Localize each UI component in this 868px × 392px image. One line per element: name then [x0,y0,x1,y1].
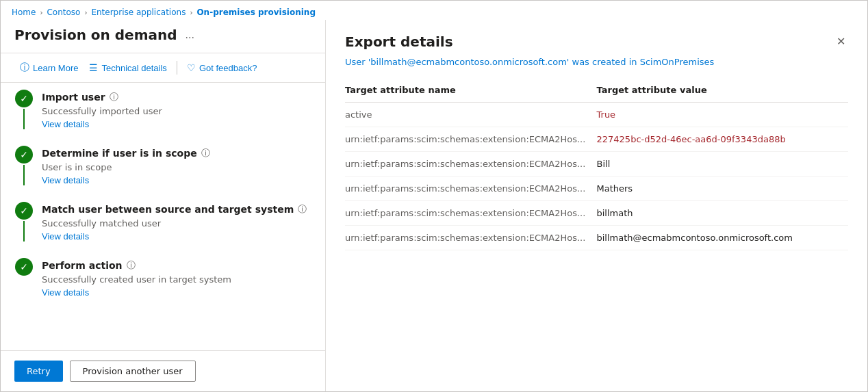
step-perform-action: ✓ Perform action ⓘ Successfully created … [14,258,311,298]
step-line-3 [23,221,25,241]
step-title-2: Determine if user is in scope [42,148,197,159]
step-check-1: ✓ [15,90,33,107]
list-icon: ☰ [89,62,98,73]
table-row: urn:ietf:params:scim:schemas:extension:E… [345,177,848,201]
step-content-3: Match user between source and target sys… [42,202,311,241]
attr-name-cell: urn:ietf:params:scim:schemas:extension:E… [345,226,597,250]
step-info-icon-2[interactable]: ⓘ [201,147,210,159]
learn-more-button[interactable]: ⓘ Learn More [14,59,84,77]
breadcrumb-sep-2: › [84,9,87,16]
main-content-area: Provision on demand ... ⓘ Learn More ☰ T… [1,20,867,391]
heart-icon: ♡ [187,62,196,73]
step-title-row-2: Determine if user is in scope ⓘ [42,147,311,159]
attr-value-cell: Bill [597,152,849,177]
attr-name-cell: urn:ietf:params:scim:schemas:extension:E… [345,127,597,152]
step-desc-3: Successfully matched user [42,218,311,228]
attr-name-cell: urn:ietf:params:scim:schemas:extension:E… [345,152,597,177]
step-content-2: Determine if user is in scope ⓘ User is … [42,146,311,185]
step-icon-col-3: ✓ [14,202,34,241]
step-info-icon-4[interactable]: ⓘ [127,259,136,272]
subtitle-post: ' was created in ScimOnPremises [567,57,714,67]
view-details-3[interactable]: View details [42,231,89,241]
attr-value-cell: billmath [597,201,849,226]
view-details-4[interactable]: View details [42,287,89,298]
retry-button[interactable]: Retry [14,361,63,382]
attr-value-cell: billmath@ecmabmcontoso.onmicrosoft.com [597,226,849,250]
attr-name-cell: urn:ietf:params:scim:schemas:extension:E… [345,177,597,201]
left-header: Provision on demand ... [1,20,325,53]
main-window: Home › Contoso › Enterprise applications… [0,0,868,392]
step-check-4: ✓ [15,258,33,276]
attr-value-cell: Mathers [597,177,849,201]
left-footer: Retry Provision another user [1,350,325,391]
table-row: urn:ietf:params:scim:schemas:extension:E… [345,152,848,177]
step-desc-2: User is in scope [42,162,311,172]
breadcrumb-enterprise-apps[interactable]: Enterprise applications [91,8,186,17]
step-icon-col-2: ✓ [14,146,34,185]
got-feedback-button[interactable]: ♡ Got feedback? [181,60,263,76]
step-info-icon-3[interactable]: ⓘ [298,203,307,215]
col-attr-name: Target attribute name [345,79,597,103]
table-row: urn:ietf:params:scim:schemas:extension:E… [345,201,848,226]
page-title: Provision on demand [14,27,177,43]
table-row: activeTrue [345,103,848,127]
step-scope: ✓ Determine if user is in scope ⓘ User i… [14,146,311,185]
table-row: urn:ietf:params:scim:schemas:extension:E… [345,127,848,152]
left-panel: Provision on demand ... ⓘ Learn More ☰ T… [1,20,326,391]
step-content-1: Import user ⓘ Successfully imported user… [42,90,311,129]
step-title-row-3: Match user between source and target sys… [42,203,311,215]
provision-another-button[interactable]: Provision another user [70,361,196,382]
toolbar-divider [177,61,177,75]
breadcrumb-sep-1: › [40,9,42,16]
breadcrumb: Home › Contoso › Enterprise applications… [1,1,867,20]
ellipsis-button[interactable]: ... [183,27,197,42]
step-desc-1: Successfully imported user [42,106,311,116]
col-attr-value: Target attribute value [597,79,849,103]
view-details-2[interactable]: View details [42,175,89,185]
step-desc-4: Successfully created user in target syst… [42,274,311,285]
step-title-row-4: Perform action ⓘ [42,259,311,272]
view-details-1[interactable]: View details [42,119,89,129]
step-title-3: Match user between source and target sys… [42,204,294,215]
table-row: urn:ietf:params:scim:schemas:extension:E… [345,226,848,250]
step-info-icon-1[interactable]: ⓘ [110,91,118,103]
info-circle-icon: ⓘ [20,62,29,74]
table-body: activeTrueurn:ietf:params:scim:schemas:e… [345,103,848,250]
right-panel: Export details ✕ User 'billmath@ecmabmco… [326,20,867,391]
attr-name-cell: urn:ietf:params:scim:schemas:extension:E… [345,201,597,226]
technical-details-button[interactable]: ☰ Technical details [84,60,172,76]
export-subtitle: User 'billmath@ecmabmcontoso.onmicrosoft… [345,57,848,67]
step-match: ✓ Match user between source and target s… [14,202,311,241]
step-check-2: ✓ [15,146,33,164]
attr-value-cell: True [597,103,849,127]
step-title-1: Import user [42,92,105,103]
export-title: Export details [345,34,453,50]
table-header-row: Target attribute name Target attribute v… [345,79,848,103]
step-icon-col-4: ✓ [14,258,34,298]
close-button[interactable]: ✕ [834,34,848,49]
breadcrumb-home[interactable]: Home [12,8,36,17]
step-line-2 [23,165,25,185]
step-content-4: Perform action ⓘ Successfully created us… [42,258,311,298]
breadcrumb-contoso[interactable]: Contoso [47,8,80,17]
attr-value-cell: 227425bc-d52d-46ec-aa6d-09f3343da88b [597,127,849,152]
attr-name-cell: active [345,103,597,127]
step-icon-col-1: ✓ [14,90,34,129]
breadcrumb-sep-3: › [190,9,192,16]
step-title-row-1: Import user ⓘ [42,91,311,103]
step-title-4: Perform action [42,260,123,271]
step-line-1 [23,109,25,129]
toolbar: ⓘ Learn More ☰ Technical details ♡ Got f… [1,53,325,83]
step-import-user: ✓ Import user ⓘ Successfully imported us… [14,90,311,129]
steps-container: ✓ Import user ⓘ Successfully imported us… [1,83,325,350]
subtitle-pre: User ' [345,57,370,67]
step-check-3: ✓ [15,202,33,220]
page-title-row: Provision on demand ... [14,27,311,43]
attributes-table: Target attribute name Target attribute v… [345,79,848,250]
breadcrumb-on-premises[interactable]: On-premises provisioning [196,8,316,17]
right-panel-header: Export details ✕ [345,34,848,50]
subtitle-user: billmath@ecmabmcontoso.onmicrosoft.com [370,57,566,67]
